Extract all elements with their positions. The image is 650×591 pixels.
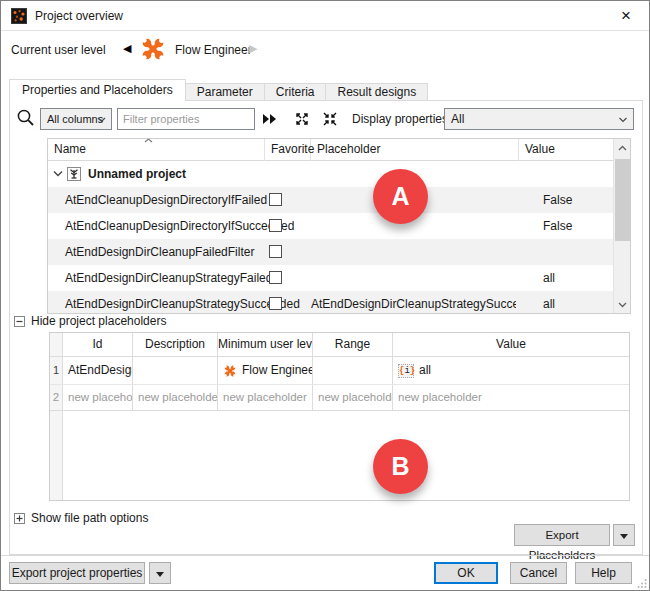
placeholders-table: Id Description Minimum user level Range … xyxy=(49,332,630,501)
table-row[interactable]: AtEndCleanupDesignDirectoryIfSucceeded F… xyxy=(48,213,615,239)
table-row[interactable]: AtEndDesignDirCleanupStrategyFailed all xyxy=(48,265,615,291)
table-row[interactable]: AtEndDesignDirCleanupFailedFilter xyxy=(48,239,615,265)
filter-properties-input[interactable] xyxy=(117,108,255,130)
flow-engineer-wrench-icon xyxy=(139,35,167,63)
resize-grip[interactable] xyxy=(637,578,647,588)
column-header-favorite[interactable]: Favorite xyxy=(265,139,311,161)
export-project-properties-dropdown-button[interactable] xyxy=(149,562,171,584)
table-row[interactable]: AtEndDesignDirCleanupStrategySucceeded A… xyxy=(48,291,615,314)
brace-close: } xyxy=(410,366,415,376)
display-properties-select[interactable]: All xyxy=(444,108,634,130)
property-name: AtEndCleanupDesignDirectoryIfFailed xyxy=(65,193,267,207)
placeholders-table-empty-area xyxy=(50,411,629,500)
property-placeholder: AtEndDesignDirCleanupStrategySucceeded xyxy=(311,297,516,311)
vertical-scrollbar[interactable] xyxy=(613,139,630,313)
new-placeholder-id-cell[interactable]: new placeholder xyxy=(63,385,133,410)
properties-table-header: Name Favorite Placeholder Value xyxy=(48,139,630,161)
favorite-checkbox[interactable] xyxy=(269,193,282,206)
column-header-id[interactable]: Id xyxy=(63,333,133,356)
user-level-prev-icon[interactable]: ◀ xyxy=(123,42,131,55)
favorite-checkbox[interactable] xyxy=(269,245,282,258)
column-header-value[interactable]: Value xyxy=(393,333,629,356)
property-name: AtEndCleanupDesignDirectoryIfSucceeded xyxy=(65,219,294,233)
annotation-badge-a: A xyxy=(373,169,428,224)
ok-button[interactable]: OK xyxy=(434,562,498,584)
column-header-name[interactable]: Name xyxy=(48,139,265,161)
collapse-box-icon[interactable] xyxy=(14,316,25,327)
placeholder-value-cell[interactable]: {i} all xyxy=(393,357,629,384)
empty-area xyxy=(63,411,629,500)
property-value: False xyxy=(543,219,572,233)
table-row[interactable]: 1 AtEndDesignD... Flow Enginee xyxy=(50,357,629,385)
property-name: AtEndDesignDirCleanupStrategySucceeded xyxy=(65,297,300,311)
min-user-level-value: Flow Engineer xyxy=(242,357,313,384)
new-placeholder-value-cell[interactable]: new placeholder xyxy=(393,385,629,410)
apply-filter-icon[interactable] xyxy=(262,112,278,126)
tab-parameter[interactable]: Parameter xyxy=(185,83,265,101)
dropdown-arrow-icon xyxy=(156,572,164,577)
column-header-description[interactable]: Description xyxy=(133,333,218,356)
project-icon xyxy=(66,166,82,182)
export-placeholders-dropdown-button[interactable] xyxy=(613,524,635,546)
row-number: 1 xyxy=(50,357,63,384)
property-name: AtEndDesignDirCleanupStrategyFailed xyxy=(65,271,272,285)
placeholder-id-cell[interactable]: AtEndDesignD... xyxy=(63,357,133,384)
bottom-divider xyxy=(1,555,650,556)
chevron-down-icon xyxy=(618,117,628,123)
placeholder-value-icon: {i} xyxy=(398,364,414,378)
column-header-placeholder[interactable]: Placeholder xyxy=(311,139,519,161)
show-file-path-options-toggle[interactable]: Show file path options xyxy=(14,511,148,525)
dropdown-arrow-icon xyxy=(620,534,628,539)
column-header-value[interactable]: Value xyxy=(519,139,615,161)
table-row[interactable]: AtEndCleanupDesignDirectoryIfFailed Fals… xyxy=(48,187,615,213)
project-overview-dialog: Project overview × Current user level ◀ … xyxy=(0,0,650,591)
new-placeholder-min-user-level-cell[interactable]: new placeholder xyxy=(218,385,313,410)
close-icon[interactable]: × xyxy=(611,3,641,29)
column-filter-select[interactable]: All columns xyxy=(40,108,112,130)
tab-result-designs[interactable]: Result designs xyxy=(325,83,428,101)
expand-all-icon[interactable] xyxy=(294,112,310,126)
user-level-value: Flow Engineer xyxy=(175,43,252,57)
user-level-next-icon[interactable]: ▶ xyxy=(249,42,257,55)
expand-box-icon[interactable] xyxy=(14,513,25,524)
tab-criteria[interactable]: Criteria xyxy=(264,83,327,101)
export-project-properties-button[interactable]: Export project properties xyxy=(9,562,145,584)
favorite-checkbox[interactable] xyxy=(269,219,282,232)
title-bar: Project overview × xyxy=(1,1,649,31)
display-properties-value: All xyxy=(451,112,464,126)
placeholder-value-text: all xyxy=(419,357,431,384)
optislang-logo-icon xyxy=(11,8,27,24)
cancel-button[interactable]: Cancel xyxy=(510,562,567,584)
collapse-chevron-icon[interactable] xyxy=(53,170,63,177)
row-number-gutter xyxy=(50,411,63,500)
placeholder-min-user-level-cell[interactable]: Flow Engineer xyxy=(218,357,313,384)
property-name: AtEndDesignDirCleanupFailedFilter xyxy=(65,245,254,259)
favorite-checkbox[interactable] xyxy=(269,297,282,310)
column-header-range[interactable]: Range xyxy=(313,333,393,356)
column-filter-value: All columns xyxy=(47,113,103,125)
placeholders-table-header: Id Description Minimum user level Range … xyxy=(50,333,629,357)
tab-properties-and-placeholders[interactable]: Properties and Placeholders xyxy=(9,79,186,101)
collapse-all-icon[interactable] xyxy=(322,112,338,126)
property-value: all xyxy=(543,297,555,311)
new-placeholder-description-cell[interactable]: new placeholder xyxy=(133,385,218,410)
window-title: Project overview xyxy=(35,9,123,23)
project-group-row[interactable]: Unnamed project xyxy=(48,161,615,187)
placeholder-description-cell[interactable] xyxy=(133,357,218,384)
scroll-down-icon[interactable] xyxy=(614,297,631,312)
help-button[interactable]: Help xyxy=(575,562,632,584)
column-header-min-user-level[interactable]: Minimum user level xyxy=(218,333,313,356)
annotation-badge-b: B xyxy=(373,439,428,494)
new-placeholder-range-cell[interactable]: new placeholder xyxy=(313,385,393,410)
display-properties-label: Display properties: xyxy=(352,112,451,126)
sort-ascending-icon xyxy=(144,138,153,143)
scrollbar-thumb[interactable] xyxy=(615,159,630,241)
favorite-checkbox[interactable] xyxy=(269,271,282,284)
placeholder-range-cell[interactable] xyxy=(313,357,393,384)
export-placeholders-button[interactable]: Export Placeholders xyxy=(514,524,610,546)
scroll-up-icon[interactable] xyxy=(614,141,631,156)
table-row-new-placeholder[interactable]: 2 new placeholder new placeholder new pl… xyxy=(50,385,629,411)
hide-placeholders-toggle[interactable]: Hide project placeholders xyxy=(14,314,166,328)
show-file-path-options-label: Show file path options xyxy=(31,511,148,525)
tab-bar: Properties and Placeholders Parameter Cr… xyxy=(9,79,427,101)
